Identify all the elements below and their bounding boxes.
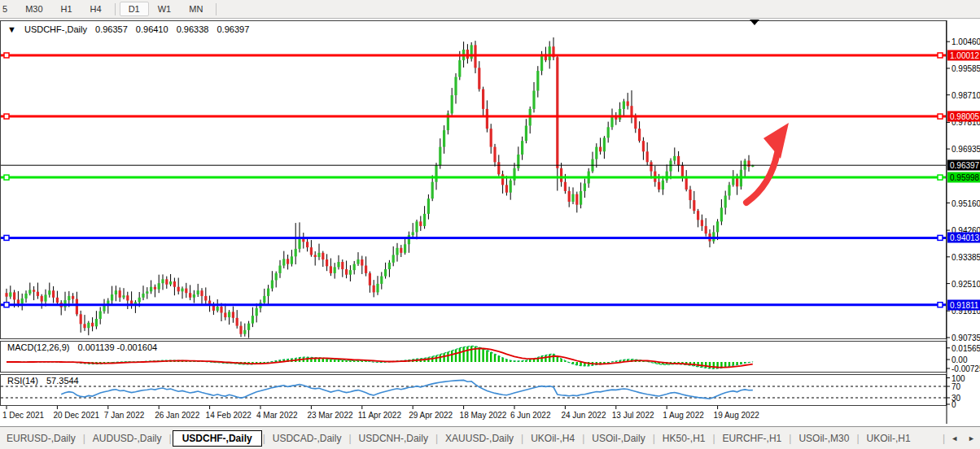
date-tick-label: 19 Aug 2022	[714, 411, 759, 420]
ohlc-low: 0.96338	[177, 24, 209, 34]
ohlc-open: 0.96357	[95, 24, 128, 34]
symbol-tab-usdcnhdaily[interactable]: USDCNH-,Daily	[352, 430, 435, 447]
symbol-tab-usdchfdaily[interactable]: USDCHF-,Daily	[173, 430, 262, 447]
rsi-indicator-label: RSI(14) 57.3544	[7, 376, 79, 386]
timeframe-button-m30[interactable]: M30	[16, 2, 51, 16]
rsi-name: RSI(14)	[7, 376, 38, 386]
date-tick-label: 14 Feb 2022	[206, 411, 252, 420]
price-badge: 0.96397	[947, 160, 980, 171]
date-tick-label: 7 Jan 2022	[104, 411, 145, 420]
timeframe-button-mn[interactable]: MN	[180, 2, 212, 16]
ohlc-close: 0.96397	[217, 24, 250, 34]
timeframe-button-5[interactable]: 5	[0, 2, 16, 16]
price-tick-label: 0.95160	[952, 198, 980, 207]
price-badge: 1.00012	[947, 50, 980, 61]
macd-scale-label: -0.00725	[952, 364, 980, 373]
price-tick-label: 0.96935	[952, 145, 980, 154]
macd-indicator-label: MACD(12,26,9) 0.001139 -0.001604	[7, 342, 157, 352]
toolbar-separator	[115, 3, 116, 15]
symbol-tab-ukoilh4[interactable]: UKOil-,H4	[524, 430, 581, 447]
rsi-value: 57.3544	[46, 376, 79, 386]
price-tick-label: 0.98710	[952, 90, 980, 99]
rsi-panel[interactable]	[0, 374, 947, 406]
price-chart-panel[interactable]	[0, 20, 947, 339]
macd-scale-label: 0.015654	[952, 343, 980, 352]
macd-values: 0.001139 -0.001604	[77, 342, 157, 352]
tab-scroll-left-icon[interactable]: ◄	[946, 434, 963, 442]
date-tick-label: 24 Jun 2022	[561, 411, 606, 420]
tab-scroll-right-icon[interactable]: ►	[963, 434, 980, 442]
date-tick-label: 13 Jul 2022	[612, 411, 654, 420]
price-badge: 0.91811	[947, 299, 980, 310]
trading-platform-window: 5M30H1H4D1W1MN ▼ USDCHF-,Daily 0.96357 0…	[0, 0, 980, 449]
date-tick-label: 6 Jun 2022	[510, 411, 551, 420]
symbol-tab-audusddaily[interactable]: AUDUSD-,Daily	[86, 430, 168, 447]
macd-name: MACD(12,26,9)	[7, 342, 69, 352]
timeframe-button-w1[interactable]: W1	[149, 2, 181, 16]
timeframe-button-h4[interactable]: H4	[81, 2, 111, 16]
date-tick-label: 1 Aug 2022	[663, 411, 704, 420]
date-tick-label: 29 Apr 2022	[409, 411, 453, 420]
rsi-scale-label: 0	[952, 400, 956, 409]
timeframe-button-d1[interactable]: D1	[120, 2, 149, 16]
price-tick-label: 1.00460	[952, 37, 980, 46]
symbol-tab-xauusddaily[interactable]: XAUUSD-,Daily	[439, 430, 520, 447]
price-badge: 0.98005	[947, 111, 980, 122]
date-tick-label: 1 Dec 2021	[2, 411, 44, 420]
date-tick-label: 23 Mar 2022	[307, 411, 352, 420]
chart-tab-bar: EURUSD-,Daily|AUDUSD-,Daily|USDCHF-,Dail…	[0, 426, 980, 449]
symbol-tab-ukoilh1[interactable]: UKOil-,H1	[860, 430, 917, 447]
symbol-tab-hk50h1[interactable]: HK50-,H1	[656, 430, 712, 447]
symbol-tab-eurchfh1[interactable]: EURCHF-,H1	[716, 430, 789, 447]
symbol-tab-usoildaily[interactable]: USOil-,Daily	[585, 430, 651, 447]
date-tick-label: 20 Dec 2021	[53, 411, 99, 420]
price-tick-label: 0.92510	[952, 279, 980, 288]
chart-dropdown-icon[interactable]: ▼	[7, 24, 16, 34]
toolbar-separator	[216, 3, 217, 15]
rsi-scale-label: 70	[952, 382, 960, 391]
price-tick-label: 0.99585	[952, 64, 980, 73]
symbol-tab-usdcaddaily[interactable]: USDCAD-,Daily	[266, 430, 348, 447]
price-badge: 0.94013	[947, 233, 980, 243]
price-tick-label: 0.90735	[952, 333, 980, 342]
symbol-tab-usoilm30[interactable]: USOil-,M30	[792, 430, 855, 447]
ohlc-high: 0.96410	[136, 24, 168, 34]
timeframe-button-h1[interactable]: H1	[52, 2, 81, 16]
chart-symbol-label: USDCHF-,Daily	[24, 24, 87, 34]
chart-title: ▼ USDCHF-,Daily 0.96357 0.96410 0.96338 …	[7, 24, 249, 34]
timeframe-toolbar: 5M30H1H4D1W1MN	[0, 0, 980, 19]
macd-scale-label: 0.00	[952, 355, 967, 364]
symbol-tab-eurusddaily[interactable]: EURUSD-,Daily	[0, 430, 82, 447]
price-tick-label: 0.93385	[952, 252, 980, 261]
price-badge: 0.95998	[947, 172, 980, 183]
rsi-scale-label: 100	[952, 373, 965, 382]
date-tick-label: 18 May 2022	[460, 411, 507, 420]
date-tick-label: 4 Mar 2022	[256, 411, 298, 420]
date-tick-label: 11 Apr 2022	[358, 411, 401, 420]
date-tick-label: 26 Jan 2022	[155, 411, 199, 420]
